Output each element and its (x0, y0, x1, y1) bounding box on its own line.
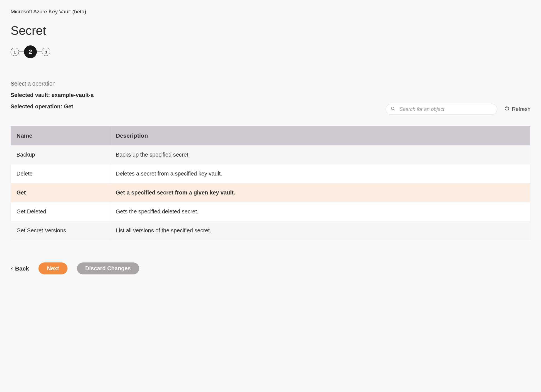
step-1[interactable]: 1 (11, 48, 19, 56)
svg-line-1 (394, 109, 395, 110)
operation-description: Backs up the specified secret. (110, 145, 530, 164)
refresh-icon (504, 106, 509, 113)
back-label: Back (15, 265, 29, 272)
operation-name: Delete (11, 164, 110, 183)
selected-operation: Selected operation: Get (11, 103, 94, 110)
select-operation-label: Select a operation (11, 81, 94, 87)
operations-table: Name Description BackupBacks up the spec… (11, 126, 530, 240)
column-header-description: Description (110, 126, 530, 145)
operation-description: Deletes a secret from a specified key va… (110, 164, 530, 183)
svg-point-0 (392, 107, 394, 109)
operation-description: Gets the specified deleted secret. (110, 202, 530, 221)
operation-name: Backup (11, 145, 110, 164)
search-bar (386, 104, 497, 115)
chevron-left-icon (11, 265, 13, 272)
operation-name: Get Deleted (11, 202, 110, 221)
breadcrumb-link[interactable]: Microsoft Azure Key Vault (beta) (11, 9, 86, 15)
stepper: 1 2 3 (11, 45, 530, 58)
next-button[interactable]: Next (38, 262, 67, 274)
table-row[interactable]: Get Secret VersionsList all versions of … (11, 221, 530, 240)
refresh-button[interactable]: Refresh (504, 106, 530, 113)
operation-name: Get (11, 183, 110, 202)
operation-description: Get a specified secret from a given key … (110, 183, 530, 202)
step-3[interactable]: 3 (42, 48, 50, 56)
operation-name: Get Secret Versions (11, 221, 110, 240)
selected-vault: Selected vault: example-vault-a (11, 92, 94, 98)
page-title: Secret (11, 24, 530, 38)
operation-description: List all versions of the specified secre… (110, 221, 530, 240)
table-row[interactable]: BackupBacks up the specified secret. (11, 145, 530, 164)
search-icon (391, 106, 395, 112)
refresh-label: Refresh (512, 106, 530, 112)
table-row[interactable]: Get DeletedGets the specified deleted se… (11, 202, 530, 221)
back-button[interactable]: Back (11, 265, 29, 272)
column-header-name: Name (11, 126, 110, 145)
step-connector (37, 52, 42, 52)
discard-button[interactable]: Discard Changes (77, 262, 139, 274)
step-2[interactable]: 2 (24, 45, 37, 58)
search-input[interactable] (386, 104, 497, 115)
step-connector (19, 52, 24, 52)
table-row[interactable]: GetGet a specified secret from a given k… (11, 183, 530, 202)
table-row[interactable]: DeleteDeletes a secret from a specified … (11, 164, 530, 183)
